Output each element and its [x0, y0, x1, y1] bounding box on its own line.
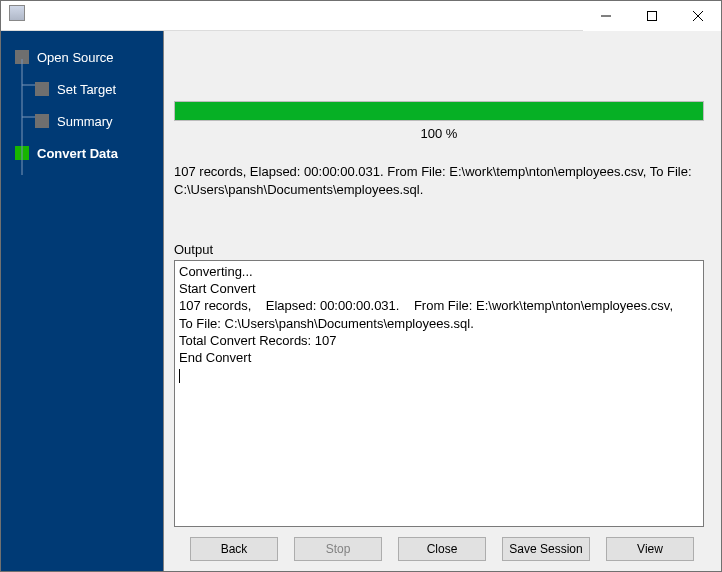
progress-bar — [174, 101, 704, 121]
button-row: Back Stop Close Save Session View — [164, 527, 720, 571]
app-window: Open Source Set Target Summary Convert D… — [0, 0, 722, 572]
step-bullet-icon — [15, 50, 29, 64]
main-panel: 100 % 107 records, Elapsed: 00:00:00.031… — [164, 31, 721, 571]
step-label: Open Source — [37, 50, 114, 65]
app-icon — [9, 5, 25, 21]
wizard-steps: Open Source Set Target Summary Convert D… — [1, 41, 163, 169]
window-controls — [583, 1, 721, 31]
maximize-button[interactable] — [629, 1, 675, 31]
step-bullet-icon — [35, 82, 49, 96]
body: Open Source Set Target Summary Convert D… — [1, 31, 721, 571]
titlebar — [1, 1, 721, 31]
progress-label: 100 % — [174, 126, 704, 141]
close-button[interactable]: Close — [398, 537, 486, 561]
progress-section: 100 % — [174, 101, 704, 141]
step-open-source[interactable]: Open Source — [1, 41, 163, 73]
step-label: Set Target — [57, 82, 116, 97]
status-text: 107 records, Elapsed: 00:00:00.031. From… — [174, 163, 704, 198]
svg-rect-0 — [648, 12, 657, 21]
step-bullet-icon — [35, 114, 49, 128]
output-label: Output — [174, 242, 704, 257]
minimize-button[interactable] — [583, 1, 629, 31]
close-window-button[interactable] — [675, 1, 721, 31]
progress-fill — [175, 102, 703, 120]
stop-button[interactable]: Stop — [294, 537, 382, 561]
back-button[interactable]: Back — [190, 537, 278, 561]
step-summary[interactable]: Summary — [1, 105, 163, 137]
save-session-button[interactable]: Save Session — [502, 537, 590, 561]
step-label: Convert Data — [37, 146, 118, 161]
step-label: Summary — [57, 114, 113, 129]
view-button[interactable]: View — [606, 537, 694, 561]
step-set-target[interactable]: Set Target — [1, 73, 163, 105]
close-icon — [693, 11, 703, 21]
titlebar-left — [1, 1, 39, 25]
maximize-icon — [647, 11, 657, 21]
output-textarea[interactable]: Converting... Start Convert 107 records,… — [174, 260, 704, 527]
step-bullet-icon — [15, 146, 29, 160]
content-area: 100 % 107 records, Elapsed: 00:00:00.031… — [164, 31, 720, 527]
wizard-sidebar: Open Source Set Target Summary Convert D… — [1, 31, 163, 571]
minimize-icon — [601, 11, 611, 21]
step-convert-data[interactable]: Convert Data — [1, 137, 163, 169]
